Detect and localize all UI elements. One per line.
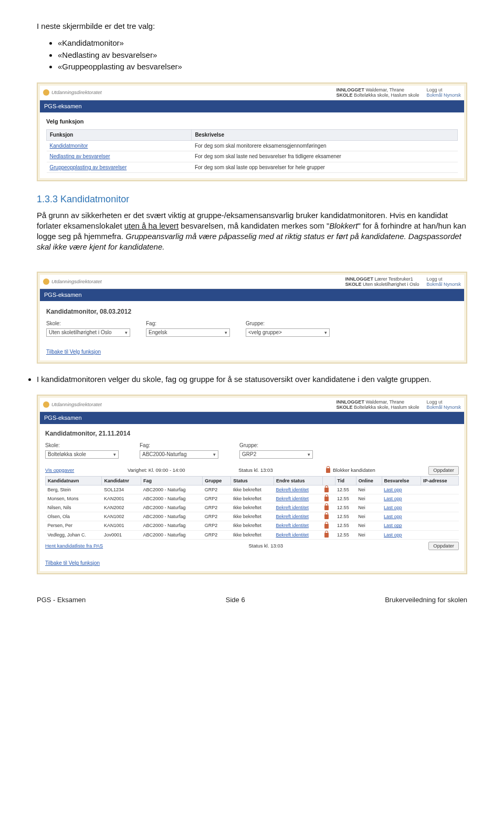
- cell-lock[interactable]: [322, 485, 335, 494]
- logout-link[interactable]: Logg ut: [426, 87, 442, 92]
- lang-bokmal[interactable]: Bokmål: [426, 282, 442, 287]
- cell-lock[interactable]: [322, 512, 335, 521]
- skole-label: SKOLE: [336, 92, 352, 98]
- skole-select[interactable]: Uten skoletilhørighet i Oslo: [46, 328, 130, 337]
- gruppe-select[interactable]: GRP2: [239, 450, 313, 459]
- cell-gruppe: GRP2: [203, 530, 231, 539]
- th: Kandidatnr: [102, 476, 141, 485]
- cell-navn: Persen, Per: [46, 521, 102, 530]
- status-text-bottom: Status kl. 13:03: [249, 543, 283, 550]
- cell-lock[interactable]: [322, 494, 335, 503]
- cell-online: Nei: [356, 494, 382, 503]
- cell-tid: 12.55: [335, 503, 356, 512]
- blokker-text: Blokker kandidaten: [326, 467, 375, 474]
- cell-ip: [421, 521, 459, 530]
- cell-tid: 12.55: [335, 485, 356, 494]
- logout-link[interactable]: Logg ut: [426, 399, 442, 405]
- table-row: Vedlegg, Johan C.Jov0001ABC2000 - Naturf…: [46, 530, 459, 539]
- section-heading: 1.3.3 Kandidatmonitor: [37, 193, 467, 205]
- footer-left: PGS - Eksamen: [37, 595, 86, 605]
- table-row: Olsen, OlaKAN1002ABC2000 - NaturfagGRP2I…: [46, 512, 459, 521]
- table-row: Persen, PerKAN1001ABC2000 - NaturfagGRP2…: [46, 521, 459, 530]
- th: Besvarelse: [382, 476, 421, 485]
- cell-lock[interactable]: [322, 530, 335, 539]
- bekreft-link[interactable]: Bekreft identitet: [274, 530, 322, 539]
- cell-tid: 12.55: [335, 530, 356, 539]
- cell-gruppe: GRP2: [203, 521, 231, 530]
- lang-nynorsk[interactable]: Nynorsk: [444, 282, 461, 287]
- oppdater-button[interactable]: Oppdater: [428, 542, 459, 551]
- cell-navn: Monsen, Mons: [46, 494, 102, 503]
- varighet-text: Varighet: Kl. 09:00 - 14:00: [128, 467, 185, 474]
- cell-gruppe: GRP2: [203, 485, 231, 494]
- lang-bokmal[interactable]: Bokmål: [426, 92, 442, 98]
- fag-select[interactable]: ABC2000-Naturfag: [140, 450, 218, 459]
- back-link[interactable]: Tilbake til Velg funksjon: [45, 560, 100, 567]
- skole-value: Bolteløkka skole, Haslum skole: [354, 405, 419, 410]
- cell-lock[interactable]: [322, 521, 335, 530]
- back-link[interactable]: Tilbake til Velg funksjon: [46, 348, 101, 356]
- intro-list: «Kandidatmonitor» «Nedlasting av besvare…: [58, 38, 467, 72]
- oppdater-button[interactable]: Oppdater: [428, 466, 459, 475]
- cell-lock[interactable]: [322, 503, 335, 512]
- lock-icon: [324, 488, 329, 492]
- logout-link[interactable]: Logg ut: [426, 276, 442, 282]
- cell-ip: [421, 503, 459, 512]
- lang-bokmal[interactable]: Bokmål: [426, 405, 442, 410]
- lock-icon: [324, 533, 329, 538]
- lang-nynorsk[interactable]: Nynorsk: [444, 92, 461, 98]
- th: Fag: [141, 476, 202, 485]
- list-item: «Nedlasting av besvarelser»: [58, 50, 467, 60]
- brand-text: Utdanningsdirektoratet: [51, 401, 102, 408]
- table-row: Gruppeopplasting av besvarelser For deg …: [47, 162, 458, 173]
- lastopp-link[interactable]: Last opp: [382, 521, 421, 530]
- monitor-title: Kandidatmonitor, 08.03.2012: [46, 307, 458, 316]
- func-link[interactable]: Kandidatmonitor: [47, 140, 192, 151]
- th-funksjon: Funksjon: [47, 130, 192, 141]
- gruppe-select[interactable]: <velg gruppe>: [246, 328, 330, 337]
- lastopp-link[interactable]: Last opp: [382, 485, 421, 494]
- brand: Utdanningsdirektoratet: [43, 89, 102, 96]
- bekreft-link[interactable]: Bekreft identitet: [274, 494, 322, 503]
- bekreft-link[interactable]: Bekreft identitet: [274, 503, 322, 512]
- th: IP-adresse: [421, 476, 459, 485]
- th-beskrivelse: Beskrivelse: [192, 130, 458, 141]
- app-bar: PGS-eksamen: [40, 289, 464, 301]
- lastopp-link[interactable]: Last opp: [382, 494, 421, 503]
- th: Online: [356, 476, 382, 485]
- hent-kandidatliste-link[interactable]: Hent kandidatliste fra PAS: [45, 543, 103, 550]
- bekreft-link[interactable]: Bekreft identitet: [274, 521, 322, 530]
- lastopp-link[interactable]: Last opp: [382, 512, 421, 521]
- bekreft-link[interactable]: Bekreft identitet: [274, 512, 322, 521]
- lastopp-link[interactable]: Last opp: [382, 530, 421, 539]
- logo-icon: [43, 89, 49, 96]
- skole-select[interactable]: Bolteløkka skole: [45, 450, 119, 459]
- th: [322, 476, 335, 485]
- funksjon-table: Funksjon Beskrivelse Kandidatmonitor For…: [46, 129, 458, 173]
- cell-online: Nei: [356, 485, 382, 494]
- lastopp-link[interactable]: Last opp: [382, 503, 421, 512]
- screenshot-velg-funksjon: Utdanningsdirektoratet INNLOGGET Waldema…: [37, 82, 467, 181]
- lang-nynorsk[interactable]: Nynorsk: [444, 405, 461, 410]
- cell-online: Nei: [356, 521, 382, 530]
- fag-select[interactable]: Engelsk: [146, 328, 230, 337]
- skole-value: Bolteløkka skole, Haslum skole: [354, 92, 419, 98]
- func-link[interactable]: Gruppeopplasting av besvarelser: [47, 162, 192, 173]
- login-user: Waldemar, Thrane: [365, 399, 404, 405]
- cell-status: Ikke bekreftet: [231, 485, 274, 494]
- vis-oppgaver-link[interactable]: Vis oppgaver: [45, 467, 74, 474]
- table-row: Berg, SteinSOL1234ABC2000 - NaturfagGRP2…: [46, 485, 459, 494]
- cell-tid: 12.55: [335, 521, 356, 530]
- cell-nr: KAN2001: [102, 494, 141, 503]
- func-desc: For deg som skal monitorere eksamensgjen…: [192, 140, 458, 151]
- underline: uten å ha levert: [124, 221, 178, 230]
- cell-nr: KAN1001: [102, 521, 141, 530]
- cell-ip: [421, 485, 459, 494]
- cell-online: Nei: [356, 512, 382, 521]
- monitor-title: Kandidatmonitor, 21.11.2014: [45, 429, 459, 438]
- table-row: Nedlasting av besvarelser For deg som sk…: [47, 151, 458, 162]
- bekreft-link[interactable]: Bekreft identitet: [274, 485, 322, 494]
- screenshot-monitor-empty: Utdanningsdirektoratet INNLOGGET Lærer T…: [37, 272, 467, 364]
- skole-label: SKOLE: [336, 405, 352, 410]
- func-link[interactable]: Nedlasting av besvarelser: [47, 151, 192, 162]
